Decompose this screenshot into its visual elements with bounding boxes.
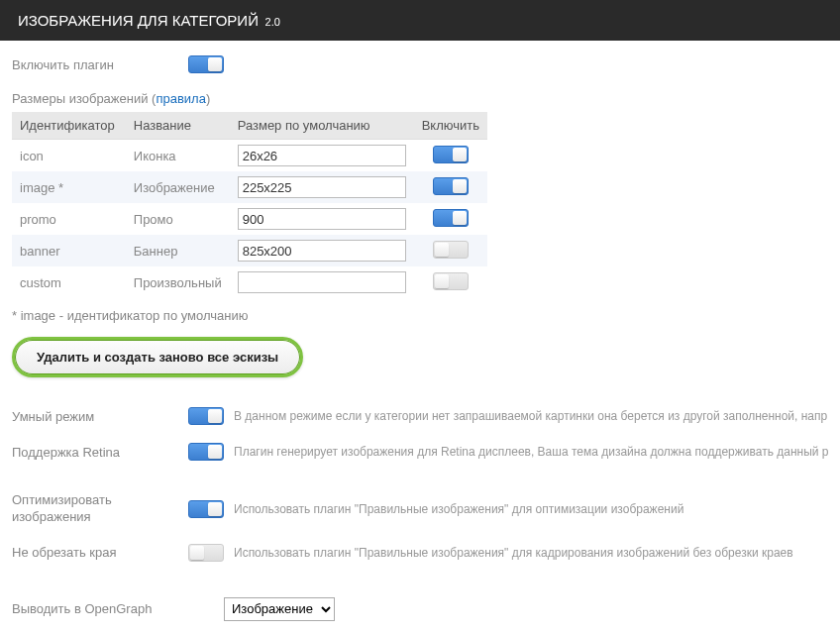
retina-desc: Плагин генерирует изображения для Retina…: [234, 445, 828, 459]
row-name: Изображение: [126, 171, 230, 203]
row-id: icon: [12, 140, 126, 172]
nocrop-toggle[interactable]: [188, 544, 224, 562]
rules-link[interactable]: правила: [156, 91, 205, 106]
table-row: customПроизвольный: [12, 266, 487, 298]
size-input[interactable]: [238, 145, 406, 166]
size-input[interactable]: [238, 208, 406, 230]
sizes-footnote: * image - идентификатор по умолчанию: [12, 308, 828, 323]
row-id: promo: [12, 203, 126, 235]
regenerate-button[interactable]: Удалить и создать заново все эскизы: [12, 337, 303, 377]
smart-mode-label: Умный режим: [12, 409, 188, 424]
opengraph-select[interactable]: Изображение: [224, 597, 335, 621]
col-size: Размер по умолчанию: [230, 112, 414, 140]
size-input[interactable]: [238, 271, 406, 293]
row-enable-toggle[interactable]: [433, 146, 469, 163]
opengraph-label: Выводить в OpenGraph: [12, 601, 188, 616]
table-row: image *Изображение: [12, 171, 487, 203]
table-row: promoПромо: [12, 203, 487, 235]
row-enable-toggle[interactable]: [433, 272, 469, 290]
page-title: ИЗОБРАЖЕНИЯ ДЛЯ КАТЕГОРИЙ: [18, 12, 259, 29]
table-row: iconИконка: [12, 140, 487, 172]
row-enable-toggle[interactable]: [433, 177, 469, 195]
optimize-label: Оптимизировать изображения: [12, 492, 188, 526]
retina-label: Поддержка Retina: [12, 445, 188, 460]
row-id: custom: [12, 266, 126, 298]
row-id: banner: [12, 235, 126, 266]
size-input[interactable]: [238, 240, 406, 262]
optimize-desc: Использовать плагин "Правильные изображе…: [234, 502, 683, 516]
size-input[interactable]: [238, 176, 406, 198]
row-name: Иконка: [126, 140, 230, 172]
row-name: Промо: [126, 203, 230, 235]
enable-plugin-label: Включить плагин: [12, 57, 188, 72]
page-header: ИЗОБРАЖЕНИЯ ДЛЯ КАТЕГОРИЙ 2.0: [0, 0, 840, 41]
smart-mode-toggle[interactable]: [188, 407, 224, 425]
row-id: image *: [12, 171, 126, 203]
enable-plugin-toggle[interactable]: [188, 55, 224, 73]
row-name: Произвольный: [126, 266, 230, 298]
col-name: Название: [126, 112, 230, 140]
smart-mode-desc: В данном режиме если у категории нет зап…: [234, 409, 828, 423]
row-enable-toggle[interactable]: [433, 209, 469, 227]
sizes-table: Идентификатор Название Размер по умолчан…: [12, 112, 487, 298]
sizes-heading: Размеры изображений (правила): [12, 91, 828, 106]
table-row: bannerБаннер: [12, 235, 487, 266]
row-name: Баннер: [126, 235, 230, 266]
retina-toggle[interactable]: [188, 443, 224, 461]
nocrop-label: Не обрезать края: [12, 545, 188, 560]
optimize-toggle[interactable]: [188, 500, 224, 518]
col-enable: Включить: [414, 112, 487, 140]
col-id: Идентификатор: [12, 112, 126, 140]
row-enable-toggle[interactable]: [433, 241, 469, 259]
nocrop-desc: Использовать плагин "Правильные изображе…: [234, 546, 793, 560]
page-version: 2.0: [265, 16, 280, 28]
